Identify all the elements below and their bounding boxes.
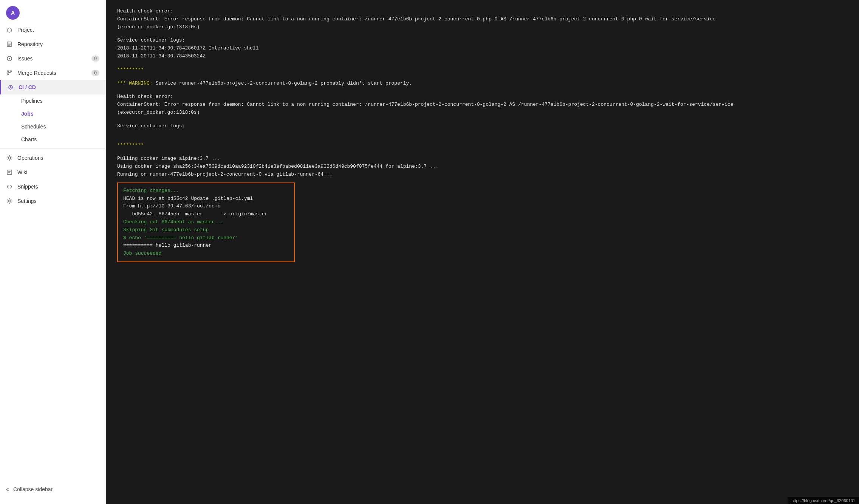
mr-badge: 0 [91, 70, 99, 76]
svg-point-5 [9, 58, 10, 59]
log-line: Using docker image sha256:34ea7509dcad10… [117, 163, 848, 171]
submenu-jobs[interactable]: Jobs [15, 107, 105, 120]
log-line: ContainerStart: Error response from daem… [117, 101, 848, 109]
repo-icon [6, 41, 13, 48]
ops-icon [6, 155, 13, 161]
sidebar-item-label: Repository [17, 41, 43, 47]
log-line: Pulling docker image alpine:3.7 ... [117, 155, 848, 163]
submenu-pipelines[interactable]: Pipelines [15, 94, 105, 107]
log-warning-line: *** WARNING: Service runner-477e1b6b-pro… [117, 80, 848, 88]
sidebar-item-snippets[interactable]: Snippets [0, 179, 105, 194]
highlighted-log-block: Fetching changes... HEAD is now at bd55c… [117, 182, 295, 262]
log-line: ********* [117, 142, 848, 150]
svg-point-14 [9, 200, 11, 202]
svg-point-8 [10, 71, 12, 72]
sidebar-divider-1 [0, 148, 105, 148]
collapse-label: Collapse sidebar [13, 486, 53, 492]
log-line: 2018-11-20T11:34:30.784286017Z Interacti… [117, 45, 848, 53]
sidebar-item-label: CI / CD [19, 84, 36, 90]
sidebar-item-label: Issues [17, 56, 33, 62]
sidebar-item-repository[interactable]: Repository [0, 37, 105, 51]
sidebar-item-settings[interactable]: Settings [0, 194, 105, 208]
log-highlight-line: ========== hello gitlab-runner [123, 242, 289, 250]
sidebar-item-label: Wiki [17, 169, 27, 175]
svg-point-7 [7, 74, 9, 75]
sidebar: A Project Repository Issues 0 Merge Requ… [0, 0, 106, 504]
project-icon [6, 26, 13, 33]
log-highlight-line: Job succeeded [123, 250, 289, 258]
submenu-schedules[interactable]: Schedules [15, 120, 105, 133]
log-line: Service container logs: [117, 122, 848, 130]
log-line: ********* [117, 66, 848, 74]
log-line: ContainerStart: Error response from daem… [117, 15, 848, 23]
log-line: 2018-11-20T11:34:30.784350324Z [117, 53, 848, 60]
log-line: Health check error: [117, 8, 848, 15]
sidebar-item-operations[interactable]: Operations [0, 151, 105, 165]
log-highlight-line: HEAD is now at bd55c42 Update .gitlab-ci… [123, 195, 289, 203]
sidebar-item-cicd[interactable]: CI / CD [0, 80, 105, 94]
issues-icon [6, 55, 13, 62]
sidebar-item-label: Operations [17, 155, 43, 161]
sidebar-item-issues[interactable]: Issues 0 [0, 51, 105, 66]
log-highlight-line: Skipping Git submodules setup [123, 226, 289, 234]
issues-badge: 0 [91, 56, 99, 62]
log-highlight-line: $ echo '========== hello gitlab-runner' [123, 234, 289, 242]
log-highlight-line: bd55c42..86745eb master -> origin/master [123, 210, 289, 218]
log-output: Health check error: ContainerStart: Erro… [106, 0, 859, 504]
sidebar-item-label: Settings [17, 198, 37, 204]
sidebar-item-project[interactable]: Project [0, 23, 105, 37]
wiki-icon [6, 169, 13, 176]
log-highlight-line: From http://10.39.47.63/root/demo [123, 203, 289, 210]
cicd-icon [7, 84, 14, 91]
svg-point-6 [7, 71, 9, 72]
url-bar: https://blog.csdn.net/qq_32060101 [788, 497, 859, 504]
log-line: Running on runner-477e1b6b-project-2-con… [117, 171, 848, 179]
cicd-submenu: Pipelines Jobs Schedules Charts [0, 94, 105, 146]
log-line: Health check error: [117, 93, 848, 101]
collapse-sidebar-button[interactable]: « Collapse sidebar [0, 482, 105, 496]
sidebar-item-label: Project [17, 27, 34, 33]
svg-rect-11 [7, 170, 12, 175]
collapse-icon: « [6, 486, 9, 493]
log-line: Service container logs: [117, 37, 848, 45]
sidebar-item-label: Snippets [17, 184, 38, 190]
avatar: A [6, 6, 20, 20]
snippets-icon [6, 183, 13, 190]
merge-icon [6, 70, 13, 76]
settings-icon [6, 198, 13, 204]
avatar-area: A [0, 0, 105, 23]
svg-point-10 [8, 157, 11, 159]
sidebar-item-wiki[interactable]: Wiki [0, 165, 105, 179]
log-highlight-line: Fetching changes... [123, 187, 289, 195]
log-line: (executor_docker.go:1318:0s) [117, 23, 848, 31]
log-line: (executor_docker.go:1318:0s) [117, 109, 848, 117]
sidebar-item-merge-requests[interactable]: Merge Requests 0 [0, 66, 105, 80]
sidebar-item-label: Merge Requests [17, 70, 56, 76]
submenu-charts[interactable]: Charts [15, 133, 105, 146]
log-highlight-line: Checking out 86745ebf as master... [123, 218, 289, 226]
